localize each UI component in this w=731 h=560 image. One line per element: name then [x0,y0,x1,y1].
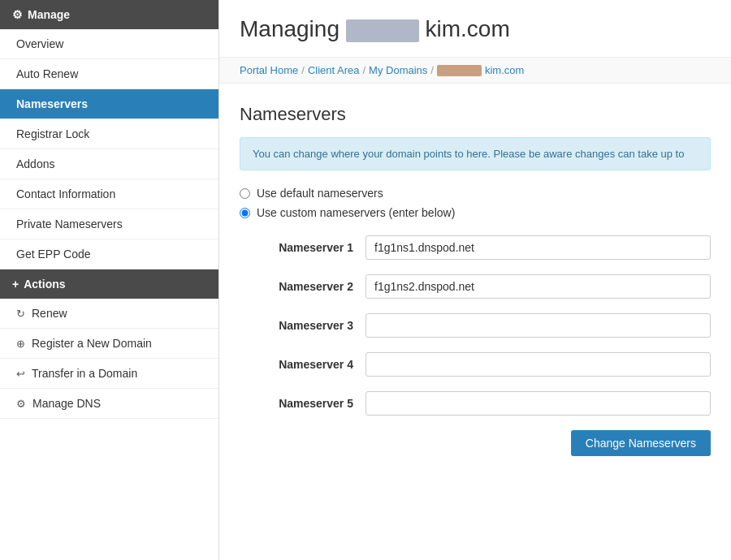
sidebar-item-auto-renew[interactable]: Auto Renew [0,59,218,89]
sep1: / [301,64,305,76]
renew-label: Renew [32,307,67,320]
nameserver-row-2: Nameserver 2 [240,274,711,299]
radio-group: Use default nameservers Use custom names… [240,187,711,219]
nameserver-input-4[interactable] [366,352,711,377]
nameserver-input-3[interactable] [366,313,711,338]
nameserver-label-2: Nameserver 2 [240,280,353,293]
info-box: You can change where your domain points … [240,137,711,170]
breadcrumb-portal-home[interactable]: Portal Home [240,64,298,76]
nameserver-input-5[interactable] [366,391,711,416]
nameserver-row-3: Nameserver 3 [240,313,711,338]
renew-icon: ↻ [16,308,25,320]
title-suffix: kim.com [426,16,510,41]
sidebar-item-contact-information[interactable]: Contact Information [0,179,218,209]
sep3: / [430,64,434,76]
sidebar-item-nameservers[interactable]: Nameservers [0,89,218,119]
sep2: / [362,64,366,76]
breadcrumb: Portal Home / Client Area / My Domains /… [219,58,731,84]
radio-default-label: Use default nameservers [257,187,383,200]
sidebar-actions: ↻Renew⊕Register a New Domain↩Transfer in… [0,299,218,419]
manage-dns-label: Manage DNS [32,397,101,410]
nameserver-label-3: Nameserver 3 [240,319,353,332]
breadcrumb-domain[interactable]: kim.com [485,64,524,76]
section-title: Nameservers [240,104,711,125]
nameserver-input-1[interactable] [366,235,711,260]
manage-dns-icon: ⚙ [16,398,26,410]
domain-blur [346,19,419,42]
change-nameservers-button[interactable]: Change Nameservers [571,430,711,456]
nameserver-row-5: Nameserver 5 [240,391,711,416]
breadcrumb-client-area[interactable]: Client Area [308,64,360,76]
actions-section-header: + Actions [0,269,218,299]
plus-icon: + [12,278,19,291]
actions-label: Actions [24,278,65,291]
radio-default[interactable]: Use default nameservers [240,187,711,200]
submit-row: Change Nameservers [240,430,711,456]
register-new-domain-label: Register a New Domain [32,337,152,350]
radio-custom-label: Use custom nameservers (enter below) [257,206,455,219]
sidebar-item-registrar-lock[interactable]: Registrar Lock [0,119,218,149]
radio-custom-input[interactable] [240,208,250,218]
action-item-register-new-domain[interactable]: ⊕Register a New Domain [0,329,218,359]
main-header: Managing kim.com [219,0,731,58]
breadcrumb-my-domains[interactable]: My Domains [369,64,427,76]
radio-custom[interactable]: Use custom nameservers (enter below) [240,206,711,219]
transfer-in-domain-label: Transfer in a Domain [32,367,137,380]
nameserver-input-2[interactable] [366,274,711,299]
manage-section-header: ⚙ Manage [0,0,218,29]
nameserver-label-1: Nameserver 1 [240,241,353,254]
gear-icon: ⚙ [12,8,23,21]
transfer-in-domain-icon: ↩ [16,368,25,380]
main-content: Managing kim.com Portal Home / Client Ar… [219,0,731,560]
register-new-domain-icon: ⊕ [16,338,25,350]
action-item-transfer-in-domain[interactable]: ↩Transfer in a Domain [0,359,218,389]
sidebar: ⚙ Manage OverviewAuto RenewNameserversRe… [0,0,219,560]
radio-default-input[interactable] [240,188,250,199]
manage-label: Manage [28,8,70,21]
breadcrumb-domain-blur [437,65,482,76]
nameserver-label-4: Nameserver 4 [240,358,353,371]
action-item-renew[interactable]: ↻Renew [0,299,218,329]
page-title: Managing kim.com [240,16,711,42]
nameserver-row-4: Nameserver 4 [240,352,711,377]
nameserver-label-5: Nameserver 5 [240,397,353,410]
sidebar-item-addons[interactable]: Addons [0,149,218,179]
content-area: Nameservers You can change where your do… [219,84,731,476]
sidebar-nav: OverviewAuto RenewNameserversRegistrar L… [0,29,218,269]
action-item-manage-dns[interactable]: ⚙Manage DNS [0,389,218,419]
sidebar-item-private-nameservers[interactable]: Private Nameservers [0,209,218,239]
sidebar-item-get-epp-code[interactable]: Get EPP Code [0,239,218,269]
nameserver-row-1: Nameserver 1 [240,235,711,260]
sidebar-item-overview[interactable]: Overview [0,29,218,59]
title-prefix: Managing [240,16,340,41]
nameserver-fields: Nameserver 1Nameserver 2Nameserver 3Name… [240,235,711,416]
